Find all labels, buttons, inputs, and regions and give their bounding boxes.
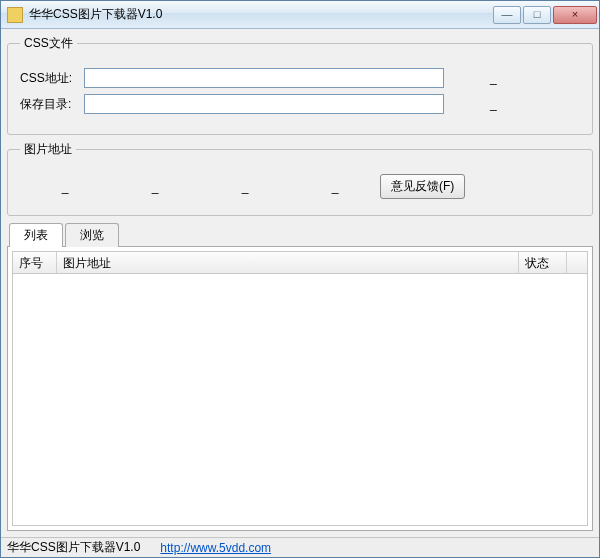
css-url-row: CSS地址: _: [20, 68, 580, 88]
feedback-button[interactable]: 意见反馈(F): [380, 174, 465, 199]
image-grid[interactable]: 序号 图片地址 状态: [12, 251, 588, 526]
window-controls: — □ ×: [493, 6, 597, 24]
css-file-group: CSS文件 CSS地址: _ 保存目录: _: [7, 35, 593, 135]
dash-4: _: [290, 180, 380, 194]
titlebar[interactable]: 华华CSS图片下载器V1.0 — □ ×: [1, 1, 599, 29]
image-url-group: 图片地址 _ _ _ _ 意见反馈(F): [7, 141, 593, 216]
maximize-button[interactable]: □: [523, 6, 551, 24]
col-index[interactable]: 序号: [13, 252, 57, 273]
grid-header: 序号 图片地址 状态: [13, 252, 587, 274]
tab-strip: 列表 浏览: [7, 224, 593, 246]
css-url-input[interactable]: [84, 68, 444, 88]
status-link[interactable]: http://www.5vdd.com: [160, 541, 271, 555]
save-dir-row: 保存目录: _: [20, 94, 580, 114]
col-url[interactable]: 图片地址: [57, 252, 519, 273]
css-file-legend: CSS文件: [20, 35, 77, 52]
image-url-button-row: _ _ _ _ 意见反馈(F): [20, 168, 580, 201]
window-title: 华华CSS图片下载器V1.0: [29, 6, 493, 23]
save-dir-label: 保存目录:: [20, 96, 78, 113]
status-text: 华华CSS图片下载器V1.0: [7, 539, 140, 556]
tab-panel-list: 序号 图片地址 状态: [7, 246, 593, 531]
save-dir-input[interactable]: [84, 94, 444, 114]
content-area: CSS文件 CSS地址: _ 保存目录: _ 图片地址 _ _ _ _ 意见反馈…: [1, 29, 599, 537]
save-dir-trail: _: [490, 97, 497, 111]
dash-2: _: [110, 180, 200, 194]
dash-1: _: [20, 180, 110, 194]
minimize-button[interactable]: —: [493, 6, 521, 24]
css-url-trail: _: [490, 71, 497, 85]
close-button[interactable]: ×: [553, 6, 597, 24]
css-url-label: CSS地址:: [20, 70, 78, 87]
tabs-container: 列表 浏览 序号 图片地址 状态: [7, 224, 593, 531]
tab-preview[interactable]: 浏览: [65, 223, 119, 247]
col-spacer: [567, 252, 587, 273]
app-icon: [7, 7, 23, 23]
image-url-legend: 图片地址: [20, 141, 76, 158]
grid-body: [13, 274, 587, 525]
dash-3: _: [200, 180, 290, 194]
app-window: 华华CSS图片下载器V1.0 — □ × CSS文件 CSS地址: _ 保存目录…: [0, 0, 600, 558]
col-status[interactable]: 状态: [519, 252, 567, 273]
status-bar: 华华CSS图片下载器V1.0 http://www.5vdd.com: [1, 537, 599, 557]
tab-list[interactable]: 列表: [9, 223, 63, 247]
